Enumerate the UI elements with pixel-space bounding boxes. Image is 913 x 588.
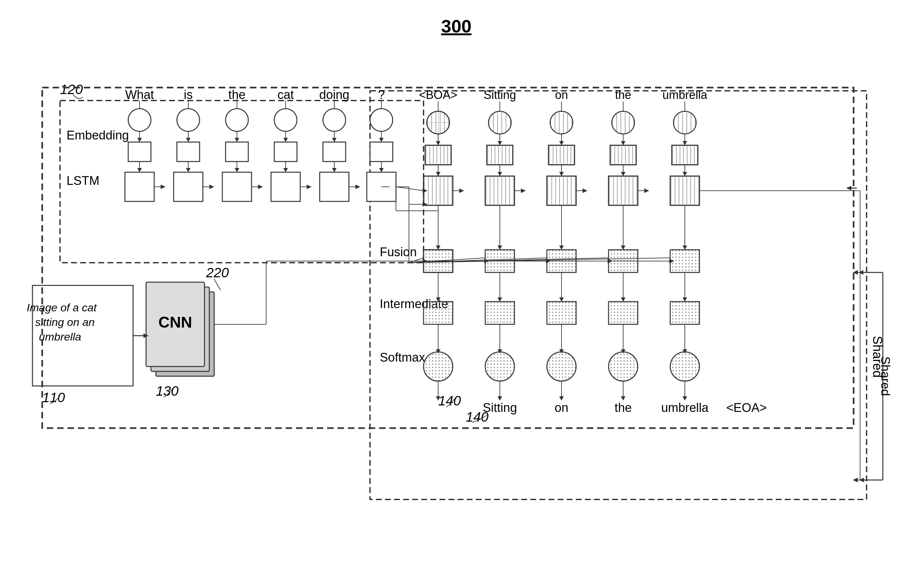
embed-the [225, 142, 248, 162]
output-eoa: <EOA> [726, 401, 767, 415]
output-the: the [615, 401, 632, 415]
word-what: What [125, 88, 154, 102]
intermediate-sitting [485, 302, 515, 324]
softmax-the [609, 352, 638, 381]
word-cat: cat [277, 88, 294, 102]
fusion-umbrella [670, 250, 699, 273]
node-question [370, 109, 393, 131]
word-doing: doing [319, 88, 350, 102]
lstm-cat [271, 172, 300, 201]
embedding-label: Embedding [66, 128, 129, 142]
output-on: on [555, 401, 568, 415]
softmax-sitting [485, 352, 515, 381]
node-the-enc [225, 109, 248, 131]
intermediate-the [609, 302, 638, 324]
label-220: 220 [206, 265, 229, 280]
cnn-label: CNN [159, 313, 192, 331]
figure-number: 300 [441, 16, 471, 36]
softmax-label: Softmax [380, 351, 425, 364]
embed-doing [323, 142, 346, 162]
word-umbrella-dec: umbrella [662, 88, 707, 102]
fusion-label: Fusion [380, 245, 417, 259]
node-what [128, 109, 151, 131]
embed-what [128, 142, 151, 162]
word-the-dec: the [615, 88, 631, 102]
label-130: 130 [156, 383, 179, 399]
word-the-enc: the [228, 88, 246, 102]
lstm-the [222, 172, 251, 201]
word-boa: <BOA> [419, 88, 457, 102]
embed-is [177, 142, 200, 162]
node-is [177, 109, 200, 131]
softmax-boa [424, 352, 453, 381]
label-140-text: 140 [466, 409, 489, 425]
softmax-umbrella [670, 352, 699, 381]
embed-question [370, 142, 393, 162]
image-text-line1: Image of a cat [27, 301, 97, 313]
lstm-is [174, 172, 203, 201]
intermediate-on [547, 302, 576, 324]
output-umbrella: umbrella [661, 401, 709, 415]
label-140: 140 [438, 393, 461, 408]
intermediate-boa [424, 302, 453, 324]
word-question: ? [378, 88, 385, 102]
lstm-label: LSTM [66, 174, 99, 187]
image-text-line3: umbrella [39, 331, 81, 343]
word-sitting-dec: Sitting [484, 88, 516, 102]
label-120: 120 [60, 82, 83, 97]
node-cat [274, 109, 297, 131]
image-text-line2: sitting on an [35, 316, 94, 328]
lstm-what [125, 172, 154, 201]
intermediate-umbrella [670, 302, 699, 324]
label-110: 110 [42, 390, 65, 405]
shared-text: Shared [871, 336, 885, 378]
softmax-on [547, 352, 576, 381]
word-on-dec: on [555, 88, 568, 102]
embed-cat [274, 142, 297, 162]
lstm-doing [320, 172, 349, 201]
node-doing [323, 109, 346, 131]
word-is: is [184, 88, 193, 102]
